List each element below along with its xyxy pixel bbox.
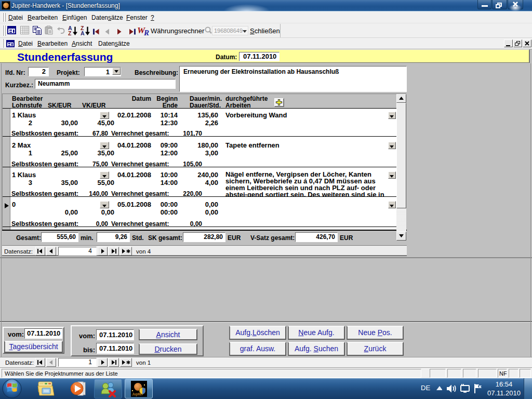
svg-text:Z: Z xyxy=(68,30,72,36)
svg-text:A: A xyxy=(81,30,85,36)
svg-text:R: R xyxy=(143,29,149,36)
